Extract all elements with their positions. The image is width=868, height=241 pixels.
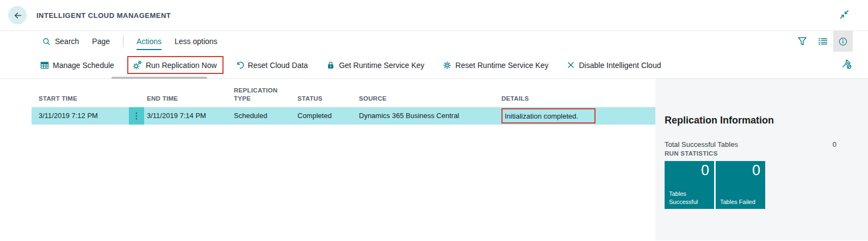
row-options-button[interactable]: ⋮ <box>129 107 144 125</box>
factbox-title: Replication Information <box>665 115 868 126</box>
cell-end-time[interactable]: 3/11/2019 7:14 PM <box>144 107 231 125</box>
cell-source[interactable]: Dynamics 365 Business Central <box>356 107 499 125</box>
disable-intelligent-cloud-label: Disable Intelligent Cloud <box>579 61 661 70</box>
page-title: INTELLIGENT CLOUD MANAGEMENT <box>36 11 171 20</box>
reset-runtime-service-key-button[interactable]: Reset Runtime Service Key <box>437 57 555 74</box>
menu-actions-label: Actions <box>137 37 162 46</box>
arrow-left-icon <box>13 11 22 20</box>
manage-schedule-button[interactable]: Manage Schedule <box>35 57 121 74</box>
tile-tables-successful-label: Tables Successful <box>669 190 712 206</box>
cell-start-time[interactable]: 3/11/2019 7:12 PM <box>32 107 129 125</box>
tile-tables-failed[interactable]: 0 Tables Failed <box>716 161 765 209</box>
total-successful-tables-label: Total Successful Tables <box>665 140 738 149</box>
menu-divider <box>123 35 123 47</box>
action-toolbar: Manage Schedule Run <box>0 52 868 78</box>
cell-replication-type[interactable]: Scheduled <box>231 107 295 125</box>
intelligent-cloud-management-page: INTELLIGENT CLOUD MANAGEMENT Search Page <box>0 0 868 241</box>
manage-schedule-label: Manage Schedule <box>53 61 114 70</box>
replication-log-table: START TIME END TIME REPLICATION TYPE STA… <box>32 81 655 125</box>
table-header-row: START TIME END TIME REPLICATION TYPE STA… <box>32 81 655 107</box>
column-header-source[interactable]: SOURCE <box>356 81 499 107</box>
factbox-pane: Replication Information Total Successful… <box>655 79 868 240</box>
ribbon: Search Page Actions Less options <box>0 31 868 79</box>
column-header-replication-type[interactable]: REPLICATION TYPE <box>231 81 295 107</box>
menu-page-label: Page <box>92 37 110 46</box>
menu-actions[interactable]: Actions <box>137 31 162 52</box>
list-view-icon[interactable] <box>813 31 833 52</box>
details-annotation-box: Initialization completed. <box>501 108 596 123</box>
reset-runtime-service-key-label: Reset Runtime Service Key <box>455 61 548 70</box>
total-successful-tables-row: Total Successful Tables 0 <box>665 140 836 149</box>
get-runtime-service-key-button[interactable]: Get Runtime Service Key <box>321 57 431 74</box>
gears-icon <box>133 60 142 70</box>
menu-bar-right <box>792 31 868 52</box>
lock-key-icon <box>326 61 335 70</box>
column-header-details[interactable]: DETAILS <box>499 81 655 107</box>
cell-status[interactable]: Completed <box>295 107 356 125</box>
column-header-status[interactable]: STATUS <box>295 81 356 107</box>
menu-less-options[interactable]: Less options <box>175 31 218 52</box>
back-button[interactable] <box>8 6 27 24</box>
tile-tables-successful[interactable]: 0 Tables Successful <box>665 161 714 209</box>
asterisk-icon <box>443 61 451 70</box>
column-header-end-time[interactable]: END TIME <box>144 81 231 107</box>
table-row[interactable]: 3/11/2019 7:12 PM ⋮ 3/11/2019 7:14 PM Sc… <box>32 107 655 125</box>
content-area: START TIME END TIME REPLICATION TYPE STA… <box>0 79 868 240</box>
menu-bar: Search Page Actions Less options <box>0 31 868 52</box>
info-icon[interactable] <box>833 31 853 52</box>
total-successful-tables-value: 0 <box>833 140 836 149</box>
title-bar: INTELLIGENT CLOUD MANAGEMENT <box>0 0 868 31</box>
run-statistics-label: RUN STATISTICS <box>665 150 868 157</box>
cell-details-text: Initialization completed. <box>505 112 578 120</box>
run-replication-now-label: Run Replication Now <box>146 61 217 70</box>
menu-page[interactable]: Page <box>92 31 110 52</box>
reset-cloud-data-label: Reset Cloud Data <box>248 61 308 70</box>
menu-less-options-label: Less options <box>175 37 218 46</box>
x-icon <box>567 61 575 69</box>
get-runtime-service-key-label: Get Runtime Service Key <box>339 61 424 70</box>
cell-details[interactable]: Initialization completed. <box>499 107 655 125</box>
filter-icon[interactable] <box>792 31 813 52</box>
search-icon <box>42 38 51 46</box>
column-header-start-time[interactable]: START TIME <box>32 81 144 107</box>
tile-tables-failed-label: Tables Failed <box>720 198 763 206</box>
undo-arrow-icon <box>235 61 244 70</box>
disable-intelligent-cloud-button[interactable]: Disable Intelligent Cloud <box>561 57 667 74</box>
collapse-window-icon[interactable] <box>839 9 850 20</box>
pin-disabled-icon[interactable] <box>841 58 852 69</box>
tile-tables-successful-value: 0 <box>701 162 709 179</box>
run-replication-now-button[interactable]: Run Replication Now <box>127 56 224 74</box>
schedule-grid-icon <box>40 61 49 70</box>
tile-tables-failed-value: 0 <box>752 162 760 179</box>
reset-cloud-data-button[interactable]: Reset Cloud Data <box>230 57 315 74</box>
menu-search[interactable]: Search <box>42 31 79 52</box>
menu-search-label: Search <box>55 37 79 46</box>
vertical-ellipsis-icon: ⋮ <box>133 111 141 121</box>
run-statistics-tiles: 0 Tables Successful 0 Tables Failed <box>665 161 868 209</box>
